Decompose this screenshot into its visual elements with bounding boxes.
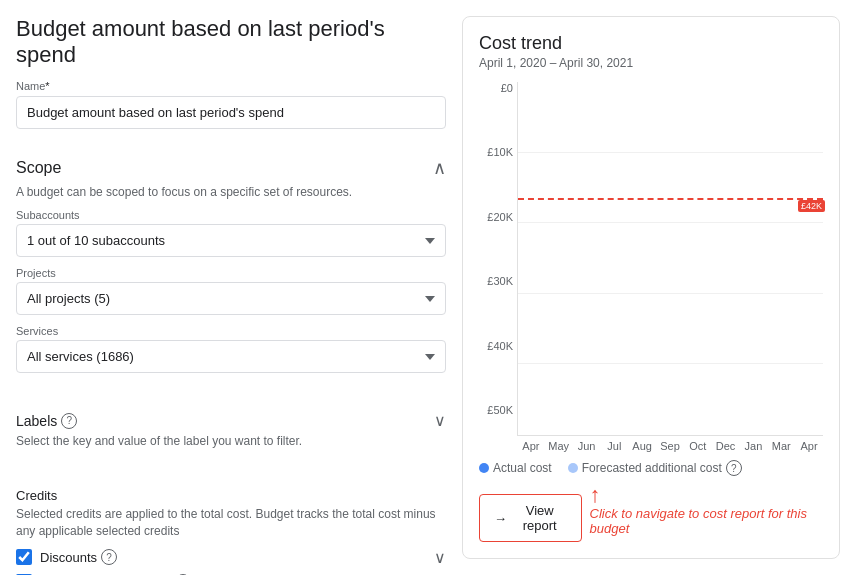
name-input[interactable] [16, 96, 446, 129]
legend-actual-dot [479, 463, 489, 473]
forecast-help-icon[interactable]: ? [726, 460, 742, 476]
legend-actual-label: Actual cost [493, 461, 552, 475]
arrow-up-icon: ↑ [590, 484, 824, 506]
legend: Actual cost Forecasted additional cost ? [479, 460, 823, 476]
left-panel: Budget amount based on last period's spe… [16, 16, 446, 559]
view-report-button[interactable]: → View report [479, 494, 582, 542]
subaccounts-label: Subaccounts [16, 209, 446, 221]
projects-select[interactable]: All projects (5) [16, 282, 446, 315]
scope-description: A budget can be scoped to focus on a spe… [16, 185, 446, 199]
projects-label: Projects [16, 267, 446, 279]
services-select[interactable]: All services (1686) [16, 340, 446, 373]
credits-description: Selected credits are applied to the tota… [16, 506, 446, 540]
scope-title: Scope [16, 159, 61, 177]
subaccounts-select[interactable]: 1 out of 10 subaccounts [16, 224, 446, 257]
annotation-col: ↑ Click to navigate to cost report for t… [590, 484, 824, 536]
chart-body: £42K [517, 82, 823, 436]
subaccounts-group: Subaccounts 1 out of 10 subaccounts [16, 209, 446, 257]
chart-area: £50K £40K £30K £20K £10K £0 £42K [479, 82, 823, 476]
discounts-checkbox[interactable] [16, 549, 32, 565]
cost-trend-date: April 1, 2020 – April 30, 2021 [479, 56, 823, 70]
bars-container [518, 82, 823, 435]
credits-section: Credits Selected credits are applied to … [16, 488, 446, 575]
x-axis: Apr May Jun Jul Aug Sep Oct Dec Jan Mar … [479, 436, 823, 452]
arrow-right-icon: → [494, 511, 507, 526]
discounts-label: Discounts ? [40, 549, 117, 565]
credits-title: Credits [16, 488, 446, 503]
scope-header: Scope ∧ [16, 157, 446, 179]
name-label: Name* [16, 80, 446, 92]
projects-group: Projects All projects (5) [16, 267, 446, 315]
view-report-col: → View report [479, 484, 582, 542]
right-panel: Cost trend April 1, 2020 – April 30, 202… [462, 16, 840, 559]
view-report-label: View report [513, 503, 567, 533]
labels-title: Labels ? [16, 413, 77, 429]
services-group: Services All services (1686) [16, 325, 446, 373]
legend-forecast: Forecasted additional cost ? [568, 460, 742, 476]
labels-description: Select the key and value of the label yo… [16, 434, 446, 448]
cost-trend-title: Cost trend [479, 33, 823, 54]
labels-help-icon[interactable]: ? [61, 413, 77, 429]
labels-row: Labels ? ∨ [16, 411, 446, 430]
scope-collapse-icon[interactable]: ∧ [433, 157, 446, 179]
view-report-row: → View report ↑ Click to navigate to cos… [479, 484, 823, 542]
services-label: Services [16, 325, 446, 337]
legend-forecast-dot [568, 463, 578, 473]
discounts-row: Discounts ? ∨ [16, 548, 446, 567]
annotation-text: Click to navigate to cost report for thi… [590, 506, 824, 536]
chart-grid: £50K £40K £30K £20K £10K £0 £42K [479, 82, 823, 436]
y-axis: £50K £40K £30K £20K £10K £0 [479, 82, 517, 436]
page-title: Budget amount based on last period's spe… [16, 16, 446, 68]
legend-forecast-label: Forecasted additional cost [582, 461, 722, 475]
discounts-expand-icon[interactable]: ∨ [434, 548, 446, 567]
legend-actual: Actual cost [479, 461, 552, 475]
labels-expand-icon[interactable]: ∨ [434, 411, 446, 430]
discounts-left: Discounts ? [16, 549, 117, 565]
discounts-help-icon[interactable]: ? [101, 549, 117, 565]
